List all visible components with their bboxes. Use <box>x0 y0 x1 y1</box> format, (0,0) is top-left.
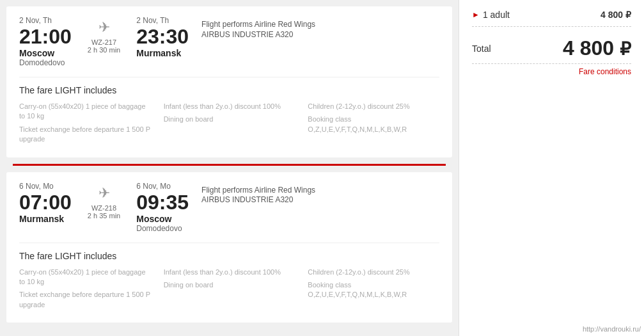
arr-time-1: 23:30 <box>136 26 189 47</box>
fare-section-2: The fare LIGHT includes Carry-on (55x40x… <box>19 243 439 310</box>
plane-icon-2: ✈ <box>98 185 110 202</box>
dep-airport-1: Domodedovo <box>19 58 72 67</box>
fare-col1-2: Carry-on (55x40x20) 1 piece of baggage t… <box>19 268 151 310</box>
fare-item2-2-1: Infant (less than 2y.o.) discount 100% <box>164 268 295 277</box>
dep-city-1: Moscow <box>19 48 72 58</box>
flight-card-2: 6 Nov, Mo 07:00 Murmansk ✈ WZ-218 2 h 35… <box>6 172 452 323</box>
fare-item-2-1: Infant (less than 2y.o.) discount 100% <box>164 102 295 111</box>
arr-time-2: 09:35 <box>136 192 189 212</box>
fare-item-3-2: Booking class O,Z,U,E,V,F,T,Q,N,M,L,K,B,… <box>308 115 439 134</box>
flights-panel: 2 Nov, Th 21:00 Moscow Domodedovo ✈ WZ-2… <box>0 0 459 336</box>
flight-arr-1: 2 Nov, Th 23:30 Murmansk <box>136 16 189 58</box>
red-divider <box>13 164 446 166</box>
plane-icon-1: ✈ <box>98 19 110 36</box>
fare-item2-1-2: Ticket exchange before departure 1 500 P… <box>19 290 151 310</box>
fare-section-1: The fare LIGHT includes Carry-on (55x40x… <box>19 77 439 145</box>
flight-aircraft-2: AIRBUS INDUSTRIE A320 <box>201 195 315 204</box>
flight-header-1: 2 Nov, Th 21:00 Moscow Domodedovo ✈ WZ-2… <box>19 16 439 67</box>
sidebar: ► 1 adult 4 800 ₽ Total 4 800 ₽ Fare con… <box>459 0 644 336</box>
total-price: 4 800 ₽ <box>563 36 631 60</box>
footer-url: http://vandrouki.ru/ <box>583 325 641 333</box>
total-label: Total <box>472 44 491 54</box>
fare-item2-3-1: Children (2-12y.o.) discount 25% <box>308 268 439 277</box>
page-container: 2 Nov, Th 21:00 Moscow Domodedovo ✈ WZ-2… <box>0 0 644 336</box>
arr-city-2: Moscow <box>136 214 189 224</box>
arr-date-1: 2 Nov, Th <box>136 16 189 25</box>
flight-dep-2: 6 Nov, Mo 07:00 Murmansk <box>19 182 72 224</box>
fare-item-2-2: Dining on board <box>164 115 295 124</box>
flight-performs-1: Flight performs Airline Red Wings <box>201 19 315 30</box>
arr-date-2: 6 Nov, Mo <box>136 182 189 191</box>
currency-symbol: ₽ <box>620 39 631 59</box>
flight-duration-2: 2 h 35 min <box>88 212 120 220</box>
flight-arr-2: 6 Nov, Mo 09:35 Moscow Domodedovo <box>136 182 189 233</box>
flight-middle-2: ✈ WZ-218 2 h 35 min <box>72 185 136 220</box>
dep-city-2: Murmansk <box>19 214 72 224</box>
total-amount: 4 800 <box>563 36 614 60</box>
fare-col1-1: Carry-on (55x40x20) 1 piece of baggage t… <box>19 102 151 145</box>
dep-time-1: 21:00 <box>19 26 72 47</box>
arr-airport-2: Domodedovo <box>136 224 189 233</box>
fare-conditions-link[interactable]: Fare conditions <box>472 67 631 76</box>
dep-date-1: 2 Nov, Th <box>19 16 72 25</box>
dep-time-2: 07:00 <box>19 192 72 212</box>
fare-item-1-2: Ticket exchange before departure 1 500 P… <box>19 125 151 145</box>
fare-item2-1-1: Carry-on (55x40x20) 1 piece of baggage t… <box>19 268 151 287</box>
flight-number-1: WZ-217 <box>91 38 116 46</box>
dep-date-2: 6 Nov, Mo <box>19 182 72 191</box>
flight-info-1: Flight performs Airline Red Wings AIRBUS… <box>201 19 315 39</box>
fare-title-2: The fare LIGHT includes <box>19 251 439 261</box>
flight-duration-1: 2 h 30 min <box>88 46 120 54</box>
fare-item2-3-2: Booking class O,Z,U,E,V,F,T,Q,N,M,L,K,B,… <box>308 280 439 300</box>
flight-dep-1: 2 Nov, Th 21:00 Moscow Domodedovo <box>19 16 72 67</box>
flight-info-2: Flight performs Airline Red Wings AIRBUS… <box>201 185 315 205</box>
total-row: Total 4 800 ₽ <box>472 27 631 64</box>
sidebar-adult-row: ► 1 adult 4 800 ₽ <box>472 10 631 27</box>
fare-details-2: Carry-on (55x40x20) 1 piece of baggage t… <box>19 268 439 310</box>
fare-col2-2: Infant (less than 2y.o.) discount 100% D… <box>164 268 295 310</box>
fare-col3-2: Children (2-12y.o.) discount 25% Booking… <box>308 268 439 310</box>
adult-label: ► 1 adult <box>472 10 510 20</box>
flight-number-2: WZ-218 <box>91 204 116 212</box>
fare-col2-1: Infant (less than 2y.o.) discount 100% D… <box>164 102 295 145</box>
flight-aircraft-1: AIRBUS INDUSTRIE A320 <box>201 30 315 39</box>
adult-price: 4 800 ₽ <box>601 10 631 20</box>
arr-city-1: Murmansk <box>136 48 189 58</box>
flight-card-1: 2 Nov, Th 21:00 Moscow Domodedovo ✈ WZ-2… <box>6 6 452 157</box>
fare-item-3-1: Children (2-12y.o.) discount 25% <box>308 102 439 111</box>
fare-col3-1: Children (2-12y.o.) discount 25% Booking… <box>308 102 439 145</box>
fare-item-1-1: Carry-on (55x40x20) 1 piece of baggage t… <box>19 102 151 122</box>
fare-item2-2-2: Dining on board <box>164 280 295 290</box>
adult-text: 1 adult <box>483 10 510 20</box>
flight-performs-2: Flight performs Airline Red Wings <box>201 185 315 196</box>
arrow-icon: ► <box>472 10 480 19</box>
flight-middle-1: ✈ WZ-217 2 h 30 min <box>72 19 136 54</box>
fare-title-1: The fare LIGHT includes <box>19 85 439 95</box>
flight-header-2: 6 Nov, Mo 07:00 Murmansk ✈ WZ-218 2 h 35… <box>19 182 439 233</box>
fare-details-1: Carry-on (55x40x20) 1 piece of baggage t… <box>19 102 439 145</box>
